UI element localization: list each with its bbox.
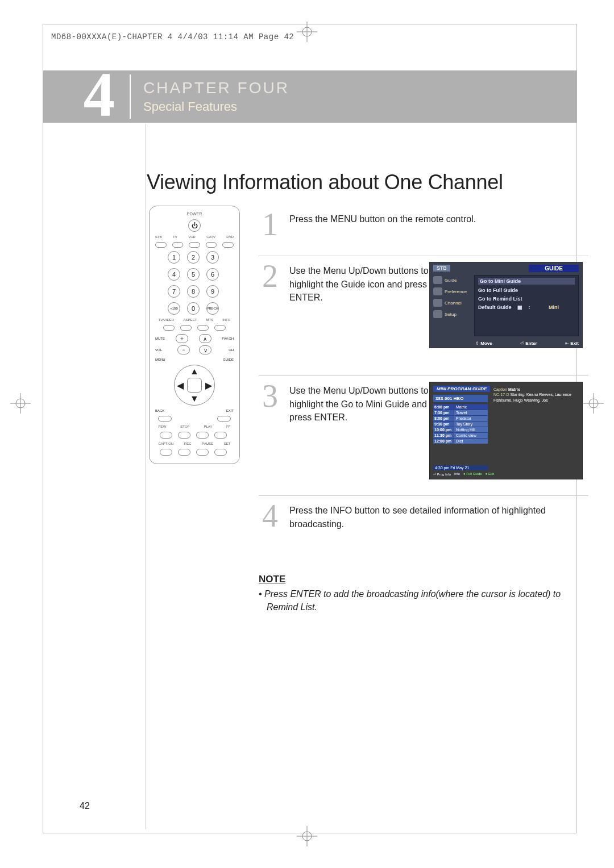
ch-down-icon: ∨ xyxy=(199,345,211,354)
page-number: 42 xyxy=(80,801,90,811)
mode-label: VCR xyxy=(188,235,196,239)
chapter-title: CHAPTER FOUR xyxy=(143,79,289,97)
step-number: 4 xyxy=(259,502,281,530)
step-number: 1 xyxy=(259,210,281,239)
plus100-button: +100 xyxy=(168,302,180,315)
nav-preference: Preference xyxy=(433,287,471,295)
transport-label: PAUSE xyxy=(202,442,213,445)
mode-button xyxy=(222,242,234,248)
channel-header: 383-001 HBO xyxy=(433,395,488,402)
mode-label: STB xyxy=(155,235,162,239)
exit-button xyxy=(217,416,231,422)
digit-button: 9 xyxy=(206,285,219,298)
menu-row-mini-guide: Go to Mini Guide xyxy=(478,278,575,285)
mid-label: INFO xyxy=(222,318,230,322)
channel-icon xyxy=(433,299,442,307)
nav-setup: Setup xyxy=(433,310,471,318)
guide-panel: Go to Mini Guide Go to Full Guide Go to … xyxy=(474,275,579,336)
mode-label: DVD xyxy=(226,235,234,239)
menu-row-full-guide: Go to Full Guide xyxy=(478,287,575,293)
enter-button xyxy=(187,378,202,393)
transport-label: STOP xyxy=(180,425,189,428)
func-button xyxy=(197,325,209,331)
step-number: 3 xyxy=(259,382,281,410)
digit-button: 4 xyxy=(168,268,180,281)
guide-label: GUIDE xyxy=(223,358,234,361)
favch-label: FAV.CH xyxy=(222,337,234,340)
mini-guide-screenshot: MINI PROGRAM GUIDE Caption Matrix NC-17-… xyxy=(429,382,583,479)
left-arrow-icon: ◀ xyxy=(177,380,184,391)
vol-label: VOL xyxy=(155,348,168,352)
step-text: Press the MENU button on the remote cont… xyxy=(289,210,476,226)
remote-control-figure: POWER ⏻ STB TV VCR CATV DVD 1 2 3 4 5 6 … xyxy=(149,206,246,464)
mode-button xyxy=(172,242,184,248)
mid-label: TV/VIDEO xyxy=(159,318,175,322)
digit-button: 1 xyxy=(168,251,180,264)
play-button xyxy=(196,432,209,439)
mid-label: MTS xyxy=(206,318,213,322)
nav-channel: Channel xyxy=(433,299,471,307)
list-icon: ▦ xyxy=(517,304,522,310)
list-row: 11:30 pmComic view xyxy=(433,432,488,438)
mini-guide-tab: MINI PROGRAM GUIDE xyxy=(433,386,490,392)
power-label: POWER xyxy=(187,212,202,216)
note-block: NOTE • Press ENTER to add the broadcasti… xyxy=(259,574,588,614)
nav-guide: Guide xyxy=(433,276,471,284)
digit-button: 3 xyxy=(206,251,219,264)
dpad: ▲ ▼ ◀ ▶ xyxy=(174,365,215,406)
caption-button xyxy=(160,449,172,456)
prech-button: PRE-CH xyxy=(206,302,219,315)
list-row: 6:00 pmMatrix xyxy=(433,404,488,410)
digit-button: 2 xyxy=(187,251,200,264)
chapter-number: 4 xyxy=(84,69,115,119)
digit-button: 5 xyxy=(187,268,200,281)
list-row: 12:00 pmDiet xyxy=(433,438,488,444)
transport-label: FF xyxy=(226,425,230,428)
menu-footer: ⇕ Move ⏎ Enter ⇤ Exit xyxy=(475,341,579,346)
rew-button xyxy=(160,432,172,439)
menu-label: MENU xyxy=(155,358,165,361)
vol-down-icon: － xyxy=(177,345,190,354)
program-meta: Caption Matrix NC-17-D Starring: Keanu R… xyxy=(493,387,579,402)
transport-label: CAPTION xyxy=(159,442,174,445)
digit-button: 0 xyxy=(187,302,200,315)
stb-tab: STB xyxy=(433,265,450,272)
transport-label: SET xyxy=(224,442,231,445)
down-arrow-icon: ▼ xyxy=(190,394,199,404)
keypad: 1 2 3 4 5 6 7 8 9 +100 0 PRE-CH xyxy=(168,251,221,315)
mode-label: TV xyxy=(173,235,177,239)
func-button xyxy=(214,325,226,331)
ff-button xyxy=(214,432,227,439)
mid-label: ASPECT xyxy=(184,318,197,322)
steps-list: 1 Press the MENU button on the remote co… xyxy=(259,210,588,548)
func-button xyxy=(180,325,192,331)
mute-label: MUTE xyxy=(155,337,165,340)
enter-hint: ⏎ Enter xyxy=(520,341,537,346)
ch-label: CH xyxy=(221,348,234,352)
list-row: 9:30 pmToy Story xyxy=(433,421,488,427)
page-title: Viewing Information about One Channel xyxy=(147,170,503,194)
step-4: 4 Press the INFO button to see detailed … xyxy=(259,495,588,547)
program-list: 6:00 pmMatrix 7:30 pmTravel 8:00 pmPreda… xyxy=(433,404,488,444)
back-button xyxy=(158,416,172,422)
power-button: ⏻ xyxy=(188,219,201,232)
transport-label: PLAY xyxy=(204,425,212,428)
mode-button xyxy=(189,242,200,248)
right-arrow-icon: ▶ xyxy=(205,380,212,391)
date-bar: 4:30 pm Fri May 21 xyxy=(433,465,488,470)
setup-icon xyxy=(433,310,442,318)
exit-hint: ⇤ Exit xyxy=(565,341,579,346)
digit-button: 8 xyxy=(187,285,200,298)
digit-button: 6 xyxy=(206,268,219,281)
step-1: 1 Press the MENU button on the remote co… xyxy=(259,210,588,256)
digit-button: 7 xyxy=(168,285,180,298)
vol-up-icon: ＋ xyxy=(176,334,188,343)
registration-mark-icon xyxy=(10,393,31,414)
mode-button xyxy=(206,242,217,248)
registration-mark-icon xyxy=(297,22,317,42)
exit-label: EXIT xyxy=(226,409,234,412)
note-heading: NOTE xyxy=(259,574,588,585)
mode-label: CATV xyxy=(206,235,215,239)
move-hint: ⇕ Move xyxy=(475,341,492,346)
chapter-header: 4 CHAPTER FOUR Special Features xyxy=(43,70,577,123)
